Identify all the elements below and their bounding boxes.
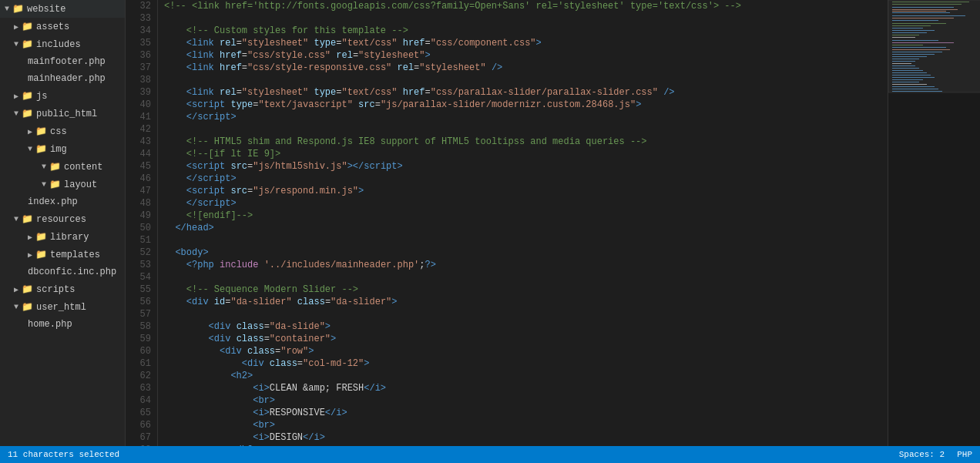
- code-line-57: [164, 308, 881, 320]
- code-line-50: </head>: [164, 222, 881, 234]
- sidebar-label-mainfooter: mainfooter.php: [28, 56, 106, 67]
- line-numbers: 3233343536 3738394041 4243444546 4748495…: [126, 0, 158, 446]
- code-line-46: </script>: [164, 173, 881, 185]
- main-container: ▼📁website ▶📁assets ▼📁includes mainfooter…: [0, 0, 980, 446]
- sidebar-label-includes: includes: [36, 39, 81, 50]
- code-line-67: <i>DESIGN</i>: [164, 431, 881, 444]
- code-line-55: <!-- Sequence Modern Slider -->: [164, 284, 881, 296]
- sidebar-item-resources[interactable]: ▼📁resources: [0, 210, 125, 228]
- sidebar-item-public-html[interactable]: ▼📁public_html: [0, 105, 125, 122]
- code-line-43: <!-- HTML5 shim and Respond.js IE8 suppo…: [164, 136, 881, 148]
- code-line-53: <?php include '../includes/mainheader.ph…: [164, 259, 881, 271]
- sidebar-item-includes[interactable]: ▼📁includes: [0, 35, 125, 53]
- sidebar-item-scripts[interactable]: ▶📁scripts: [0, 280, 125, 298]
- sidebar-label-css: css: [50, 126, 67, 137]
- code-line-38: [164, 74, 881, 86]
- code-line-54: [164, 271, 881, 284]
- sidebar-item-user-html[interactable]: ▼📁user_html: [0, 298, 125, 316]
- sidebar-item-library[interactable]: ▶📁library: [0, 228, 125, 246]
- status-bar-right: Spaces: 2 PHP: [899, 450, 972, 459]
- code-line-47: <script src="js/respond.min.js">: [164, 185, 881, 197]
- sidebar-label-index: index.php: [28, 196, 78, 207]
- sidebar-item-index[interactable]: index.php: [0, 193, 125, 210]
- status-bar-lang: PHP: [957, 450, 972, 459]
- sidebar-item-templates[interactable]: ▶📁templates: [0, 246, 125, 263]
- sidebar-item-website[interactable]: ▼📁website: [0, 0, 125, 18]
- sidebar[interactable]: ▼📁website ▶📁assets ▼📁includes mainfooter…: [0, 0, 126, 446]
- sidebar-label-home: home.php: [28, 319, 72, 330]
- code-line-66: <br>: [164, 419, 881, 431]
- code-line-42: [164, 123, 881, 136]
- code-line-60: <div class="row">: [164, 345, 881, 357]
- sidebar-item-content[interactable]: ▼📁content: [0, 158, 125, 176]
- sidebar-item-js[interactable]: ▶📁js: [0, 87, 125, 105]
- code-line-49: <![endif]-->: [164, 210, 881, 222]
- code-line-58: <div class="da-slide">: [164, 320, 881, 333]
- sidebar-label-templates: templates: [50, 250, 100, 260]
- sidebar-label-scripts: scripts: [36, 284, 75, 295]
- code-line-35: <link rel="stylesheet" type="text/css" h…: [164, 37, 881, 49]
- sidebar-label-assets: assets: [36, 22, 69, 32]
- sidebar-label-mainheader: mainheader.php: [28, 73, 106, 84]
- code-line-36: <link href="css/style.css" rel="styleshe…: [164, 49, 881, 62]
- code-content[interactable]: <!-- <link href='http://fonts.googleapis…: [158, 0, 888, 446]
- sidebar-item-assets[interactable]: ▶📁assets: [0, 18, 125, 35]
- sidebar-label-resources: resources: [36, 214, 86, 225]
- sidebar-item-layout[interactable]: ▼📁layout: [0, 176, 125, 193]
- sidebar-label-content: content: [64, 162, 102, 173]
- code-line-34: <!-- Custom styles for this template -->: [164, 25, 881, 37]
- sidebar-item-mainheader[interactable]: mainheader.php: [0, 70, 125, 87]
- sidebar-item-img[interactable]: ▼📁img: [0, 140, 125, 158]
- status-bar: 11 characters selected Spaces: 2 PHP: [0, 446, 980, 463]
- code-line-45: <script src="js/html5shiv.js"></script>: [164, 160, 881, 173]
- code-line-48: </script>: [164, 197, 881, 210]
- code-line-39: <link rel="stylesheet" type="text/css" h…: [164, 86, 881, 99]
- code-line-32: <!-- <link href='http://fonts.googleapis…: [164, 0, 881, 12]
- code-line-40: <script type="text/javascript" src="js/p…: [164, 99, 881, 111]
- sidebar-label-library: library: [50, 232, 89, 243]
- sidebar-label-public-html: public_html: [36, 109, 97, 119]
- svg-rect-40: [888, 0, 980, 92]
- sidebar-item-home[interactable]: home.php: [0, 316, 125, 333]
- sidebar-item-dbconfic[interactable]: dbconfic.inc.php: [0, 263, 125, 280]
- sidebar-label-js: js: [36, 91, 47, 102]
- code-line-51: [164, 234, 881, 247]
- code-line-62: <h2>: [164, 370, 881, 382]
- sidebar-label-dbconfic: dbconfic.inc.php: [28, 267, 116, 277]
- sidebar-label-img: img: [50, 144, 67, 155]
- code-line-59: <div class="container">: [164, 333, 881, 345]
- code-editor: 3233343536 3738394041 4243444546 4748495…: [126, 0, 888, 446]
- code-line-64: <br>: [164, 394, 881, 407]
- code-line-44: <!--[if lt IE 9]>: [164, 148, 881, 160]
- code-line-65: <i>RESPONSIVE</i>: [164, 407, 881, 419]
- minimap[interactable]: [888, 0, 980, 446]
- code-line-61: <div class="col-md-12">: [164, 357, 881, 370]
- status-bar-spaces: Spaces: 2: [899, 450, 945, 459]
- sidebar-label-user-html: user_html: [36, 302, 86, 313]
- code-line-37: <link href="css/style-responsive.css" re…: [164, 62, 881, 74]
- sidebar-item-css[interactable]: ▶📁css: [0, 122, 125, 140]
- code-line-56: <div id="da-slider" class="da-slider">: [164, 296, 881, 308]
- code-line-52: <body>: [164, 247, 881, 259]
- sidebar-label-layout: layout: [64, 179, 97, 190]
- code-line-33: [164, 12, 881, 25]
- sidebar-label-website: website: [27, 4, 65, 15]
- code-line-41: </script>: [164, 111, 881, 123]
- status-bar-selection: 11 characters selected: [8, 450, 119, 459]
- code-line-63: <i>CLEAN &amp; FRESH</i>: [164, 382, 881, 394]
- sidebar-item-mainfooter[interactable]: mainfooter.php: [0, 53, 125, 70]
